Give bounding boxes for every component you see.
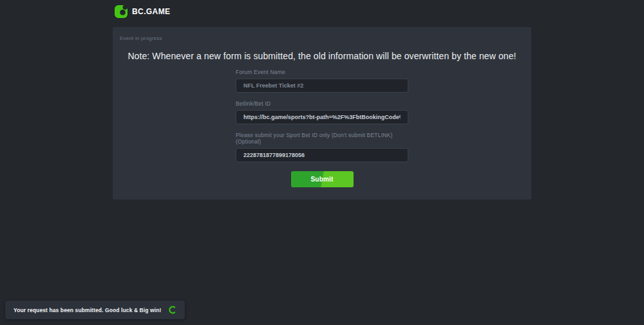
sport-bet-id-label: Please submit your Sport Bet ID only (Do… — [236, 132, 408, 145]
brand-name: BC.GAME — [132, 7, 170, 16]
field-group-sport-bet-id: Please submit your Sport Bet ID only (Do… — [236, 132, 408, 162]
brand[interactable]: BC.GAME — [115, 5, 170, 18]
bcgame-logo-icon — [115, 5, 128, 18]
forum-event-name-label: Forum Event Name — [236, 69, 408, 75]
field-group-forum-event-name: Forum Event Name — [236, 69, 408, 93]
event-form-panel: Event in progress Note: Whenever a new f… — [113, 27, 531, 200]
event-status-label: Event in progress — [120, 35, 531, 41]
field-group-betlink: Betlink/Bet ID — [236, 100, 408, 124]
forum-event-name-input[interactable] — [236, 79, 408, 93]
spinner-arc-icon — [168, 306, 176, 314]
toast-message: Your request has been submitted. Good lu… — [14, 307, 161, 313]
betlink-label: Betlink/Bet ID — [236, 100, 408, 107]
sport-bet-id-input[interactable] — [236, 148, 408, 162]
betlink-input[interactable] — [236, 110, 408, 124]
page: BC.GAME Event in progress Note: Whenever… — [0, 0, 644, 325]
event-form: Forum Event Name Betlink/Bet ID Please s… — [236, 69, 408, 187]
overwrite-note: Note: Whenever a new form is submitted, … — [113, 51, 531, 61]
submit-button[interactable]: Submit — [291, 171, 354, 187]
submit-row: Submit — [236, 171, 408, 187]
toast-notification[interactable]: Your request has been submitted. Good lu… — [5, 301, 185, 319]
